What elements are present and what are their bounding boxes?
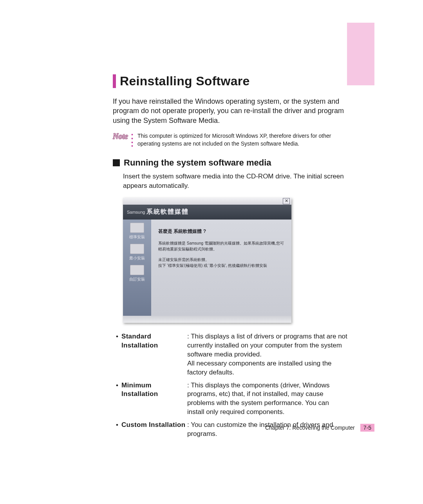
list-icon [130,244,144,254]
installer-question: 甚麼是 系統軟體媒體 ? [158,228,284,235]
chapter-tab-decoration [347,23,374,85]
sidebar-item-standard: 標準安裝 [126,223,148,240]
option-label-text: Minimum Installation [121,382,158,398]
option-label: Minimum Installation [121,381,187,417]
sidebar-item-label: 自訂安裝 [126,277,148,282]
installer-main: 甚麼是 系統軟體媒體 ? 系統軟體媒體是 Samsung 電腦隨附的光碟媒體。如… [151,220,291,316]
option-standard: • Standard Installation : This displays … [116,332,348,377]
note-block: Note •••• This computer is optimized for… [113,132,348,148]
page-content: Reinstalling Software If you have reinst… [113,74,348,443]
bullet-icon: • [116,332,121,377]
chapter-label: Chapter 7. Recovering the Computer [265,425,355,431]
note-dots-decoration: •••• [131,133,135,148]
window-titlebar [123,198,291,205]
page-footer: Chapter 7. Recovering the Computer 7-5 [265,424,374,432]
installer-screenshot: ✕ Samsung 系統軟體媒體 標準安裝 最小安裝 自訂安裝 [123,198,291,323]
installer-text-2b: 按下 '標準安裝'(極端使用) 或 '最小安裝', 然後繼續執行軟體安裝 [158,263,267,268]
page-title: Reinstalling Software [113,74,348,88]
page-number: 7-5 [360,424,374,432]
close-icon: ✕ [283,198,290,204]
note-label: Note [113,132,128,140]
option-desc-text: : This displays a list of drivers or pro… [187,333,347,358]
installer-sidebar: 標準安裝 最小安裝 自訂安裝 [123,220,151,316]
brand-label: Samsung [127,210,145,214]
section-paragraph: Insert the system software media into th… [123,172,348,191]
square-bullet-icon [113,159,120,166]
grid-icon [130,265,144,275]
sidebar-item-label: 標準安裝 [126,234,148,240]
installer-text-2: 未正確安裝所需的系統軟體。 按下 '標準安裝'(極端使用) 或 '最小安裝', … [158,257,284,268]
option-desc-text-2: All necessary components are installed u… [187,360,332,376]
option-description: : This displays the components (driver, … [187,381,348,417]
installer-header: Samsung 系統軟體媒體 [123,205,291,220]
sidebar-item-minimum: 最小安裝 [126,244,148,261]
option-description: : This displays a list of drivers or pro… [187,332,348,377]
bullet-icon: • [116,381,121,417]
intro-paragraph: If you have reinstalled the Windows oper… [113,97,348,125]
option-label-text: Custom Installation [121,421,185,428]
option-label: Custom Installation [121,421,187,439]
sidebar-item-custom: 自訂安裝 [126,265,148,282]
section-heading: Running the system software media [124,158,271,168]
installation-options: • Standard Installation : This displays … [116,332,348,439]
installer-title: 系統軟體媒體 [146,208,189,216]
option-label: Standard Installation [121,332,187,377]
section-heading-row: Running the system software media [113,158,348,168]
note-text: This computer is optimized for Microsoft… [137,132,348,148]
sidebar-item-label: 最小安裝 [126,256,148,261]
option-label-text: Standard Installation [121,333,158,349]
bullet-icon: • [116,421,121,439]
installer-text-1: 系統軟體媒體是 Samsung 電腦隨附的光碟媒體。如果系統故障當機,您可輕易地… [158,240,284,252]
installer-body: 標準安裝 最小安裝 自訂安裝 甚麼是 系統軟體媒體 ? 系統軟體媒體是 Sams… [123,220,291,316]
option-minimum: • Minimum Installation : This displays t… [116,381,348,417]
installer-footer [123,316,291,323]
monitor-icon [130,223,144,233]
installer-text-2a: 未正確安裝所需的系統軟體。 [158,257,209,262]
